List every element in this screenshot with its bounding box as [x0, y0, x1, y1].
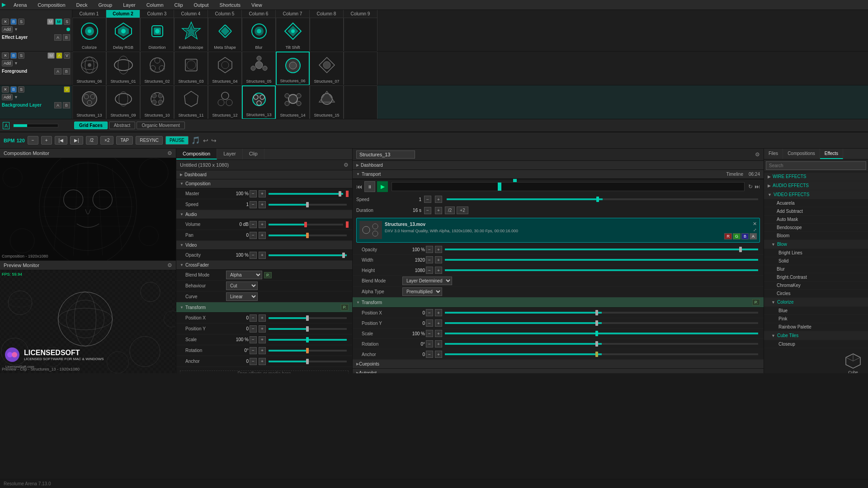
clip-alphatype-select[interactable]: Premultiplied Straight	[402, 287, 442, 296]
preview-monitor-gear[interactable]: ⚙	[167, 262, 172, 268]
curve-select[interactable]: Linear EaseIn EaseOut	[226, 292, 258, 301]
pause-btn[interactable]: PAUSE	[165, 136, 189, 145]
loop-icon[interactable]: ↻	[748, 183, 753, 190]
tab-compositions[interactable]: Compositions	[783, 149, 820, 159]
fg-a-btn[interactable]: A	[56, 52, 62, 59]
section-transform[interactable]: ▼ Transform P.	[176, 302, 352, 313]
pan-plus[interactable]: +	[259, 232, 266, 239]
effect-closeup[interactable]: Closeup	[764, 340, 868, 348]
clip-struct07[interactable]: Structures_07	[310, 52, 344, 85]
clip-timeline[interactable]	[353, 179, 764, 179]
layer-a-btn[interactable]: A	[54, 34, 61, 41]
behaviour-select[interactable]: Cut Fade	[226, 282, 258, 290]
section-video[interactable]: ▼ Video	[176, 241, 352, 250]
col-header-3[interactable]: Column 3	[140, 10, 174, 18]
rot-handle[interactable]	[306, 348, 309, 353]
fg-b-btn[interactable]: B	[10, 52, 17, 59]
quickbtn-organicmovement[interactable]: Organic Movement	[137, 122, 184, 129]
clip-opacity-plus[interactable]: +	[435, 246, 442, 253]
col-header-9[interactable]: Column 9	[344, 10, 377, 18]
vol-plus[interactable]: +	[259, 221, 266, 228]
scale-handle[interactable]	[306, 337, 309, 343]
posx-handle[interactable]	[306, 315, 309, 321]
vol-minus[interactable]: −	[250, 221, 257, 228]
col-header-1[interactable]: Column 1	[72, 10, 106, 18]
col-header-2[interactable]: Column 2	[106, 10, 140, 18]
menu-column[interactable]: Column	[144, 1, 166, 9]
master-slider[interactable]	[269, 193, 343, 195]
clip-struct12[interactable]: Structures_12	[208, 85, 242, 119]
fg-x-btn[interactable]: ✕	[2, 52, 9, 59]
rot-plus[interactable]: +	[259, 347, 266, 354]
bg-a-btn[interactable]: V	[64, 86, 70, 93]
clip-tiltshift[interactable]: Tilt Shift	[276, 18, 310, 51]
clip-panel-gear[interactable]: ⚙	[755, 151, 760, 158]
clip-struct13-first[interactable]: Structures_13	[72, 85, 106, 119]
clip-name-input[interactable]	[356, 150, 415, 159]
pan-handle[interactable]	[306, 233, 309, 238]
clip-dashboard[interactable]: ▶ Dashboard	[353, 161, 764, 170]
menu-clip[interactable]: Clip	[172, 1, 186, 9]
clip-transport-section[interactable]: ▼ Transport Timeline 06:24	[353, 170, 764, 179]
bpm-plus[interactable]: +	[41, 136, 52, 145]
clip-metashape[interactable]: Meta Shape	[208, 18, 242, 51]
menu-view[interactable]: View	[249, 1, 265, 9]
layer-s2-btn[interactable]: S	[64, 19, 70, 25]
section-crossfader[interactable]: ▼ CrossFader	[176, 261, 352, 270]
transform-p-btn[interactable]: P.	[341, 304, 349, 310]
blendmode-p-btn[interactable]: P.	[264, 272, 272, 278]
bg-b2-btn[interactable]: B	[63, 102, 70, 108]
clip-speed-slider[interactable]	[447, 198, 758, 200]
posx-minus[interactable]: −	[250, 314, 257, 322]
width-slider[interactable]	[445, 259, 758, 261]
master-minus[interactable]: −	[250, 190, 257, 197]
redo-icon[interactable]: ↪	[211, 137, 217, 144]
pan-minus[interactable]: −	[250, 232, 257, 239]
clip-struct06[interactable]: Structures_06	[72, 52, 106, 85]
effect-pink[interactable]: Pink	[764, 315, 868, 323]
effect-auto-mask[interactable]: Auto Mask	[764, 216, 868, 224]
tab-composition[interactable]: Composition	[176, 149, 217, 160]
clip-transport-timeline[interactable]	[392, 182, 745, 191]
speed-handle[interactable]	[306, 202, 309, 207]
prev-frame-btn[interactable]: ⏮	[356, 183, 363, 190]
bpm-prev[interactable]: |◀	[55, 136, 68, 145]
bg-x-btn[interactable]: ✕	[2, 86, 9, 93]
fg-add-btn[interactable]: Add	[2, 60, 13, 66]
bpm-next[interactable]: ▶|	[70, 136, 83, 145]
clip-blur[interactable]: Blur	[242, 18, 276, 51]
height-slider[interactable]	[445, 269, 758, 271]
menu-layer[interactable]: Layer	[120, 1, 138, 9]
clip-speed-handle[interactable]	[596, 197, 599, 202]
clip-colorize[interactable]: Colorize	[72, 18, 106, 51]
layer-m-btn[interactable]: M	[47, 19, 54, 25]
rgba-r[interactable]: R	[724, 233, 732, 239]
comp-monitor-gear[interactable]: ⚙	[167, 150, 172, 156]
fg-b2-btn[interactable]: B	[63, 68, 70, 75]
menu-group[interactable]: Group	[96, 1, 115, 9]
menu-arena[interactable]: Arena	[11, 1, 29, 9]
speed-plus[interactable]: +	[259, 201, 266, 208]
clip-cuepoints[interactable]: ▶ Cuepoints	[353, 360, 764, 369]
rgba-b[interactable]: B	[741, 233, 749, 239]
opacity-handle[interactable]	[342, 253, 345, 258]
effect-blur[interactable]: Blur	[764, 265, 868, 273]
scale-minus[interactable]: −	[250, 336, 257, 343]
category-blow[interactable]: ▼ Blow	[764, 240, 868, 249]
effect-bright-contrast[interactable]: Bright.Contrast	[764, 273, 868, 282]
category-video-effects[interactable]: ▼ VIDEO EFFECTS	[764, 190, 868, 199]
clip-autopilot[interactable]: ▶ Autopilot	[353, 369, 764, 373]
effect-add-subtract[interactable]: Add Subtract	[764, 207, 868, 216]
clip-empty-effect-2[interactable]	[344, 18, 377, 51]
posy-handle[interactable]	[306, 326, 309, 332]
opacity-minus[interactable]: −	[250, 252, 257, 259]
layer-b2-btn[interactable]: B	[63, 34, 70, 41]
clip-struct02[interactable]: Structures_02	[140, 52, 174, 85]
clip-pause-btn[interactable]: ⏸	[364, 181, 375, 192]
clip-transform-section[interactable]: ▼ Transform P.	[353, 297, 764, 308]
metronome-icon[interactable]: 🎵	[191, 136, 200, 145]
section-dashboard[interactable]: ▶ Dashboard	[176, 170, 352, 179]
layer-add-btn[interactable]: Add	[2, 26, 13, 33]
quickbtn-abstract[interactable]: Abstract	[109, 122, 136, 129]
rgba-a[interactable]: A	[750, 233, 757, 239]
